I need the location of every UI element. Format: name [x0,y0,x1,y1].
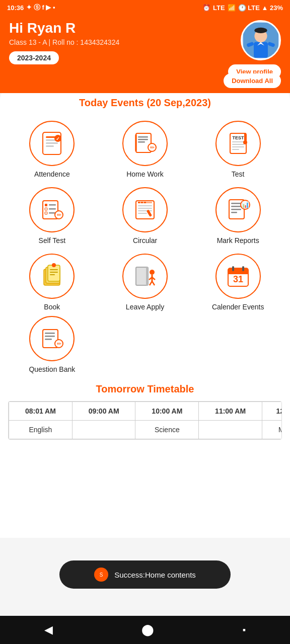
time-display: 10:36 [7,4,24,12]
svg-rect-1 [254,42,268,58]
svg-rect-33 [49,208,56,210]
download-all-button[interactable]: Download All [224,73,281,88]
menu-item-circular[interactable]: Circular [101,187,189,245]
svg-rect-24 [232,144,244,145]
svg-rect-46 [138,213,147,214]
homework-icon: ✏ [122,121,168,166]
svg-rect-31 [49,204,56,206]
menu-item-selftest[interactable]: ✏ Self Test [8,187,96,245]
svg-point-3 [254,28,267,33]
svg-rect-34 [45,212,47,214]
class-info: Class 13 - A | Roll no : 1434324324 [9,38,119,46]
today-events-title: Today Events (20 Sep,2023) [8,97,282,109]
svg-line-69 [152,281,155,285]
timetable-header-row: 08:01 AM 09:00 AM 10:00 AM 11:00 AM 12:5… [9,402,282,421]
menu-item-attendence[interactable]: ✓ Attendence [8,121,96,178]
home-button[interactable]: ⬤ [129,619,166,640]
menu-item-questionbank[interactable]: ✏ Question Bank [8,316,96,373]
header: Hi Ryan R Class 13 - A | Roll no : 14343… [0,15,290,93]
selftest-label: Self Test [39,236,65,245]
timetable-subject-row: English Science Mo... [9,421,282,439]
recent-button[interactable]: ▪ [231,621,258,639]
svg-rect-50 [231,206,241,207]
svg-rect-11 [46,145,54,147]
svg-rect-63 [146,267,148,285]
svg-rect-26 [232,149,239,150]
svg-rect-58 [50,269,58,270]
user-info: Hi Ryan R Class 13 - A | Roll no : 14343… [9,20,119,64]
menu-item-leaveapply[interactable]: Leave Apply [101,254,189,311]
svg-rect-38 [136,201,154,219]
svg-rect-79 [45,339,52,340]
svg-text:S: S [100,572,103,578]
test-icon: TEST [215,121,261,166]
svg-point-61 [52,263,56,267]
leaveapply-icon [122,254,168,299]
svg-point-64 [150,270,155,275]
selftest-icon: ✏ [29,187,75,232]
greeting: Hi Ryan R [9,20,119,36]
svg-rect-18 [135,134,137,151]
svg-text:✏: ✏ [57,212,62,218]
avatar-area: View profile [228,20,281,79]
svg-rect-10 [46,142,58,144]
menu-item-markreports[interactable]: 📊 Mark Reports [194,187,282,245]
svg-rect-15 [138,136,148,138]
svg-rect-44 [138,208,152,209]
svg-rect-30 [45,204,47,206]
questionbank-icon: ✏ [29,316,75,361]
svg-rect-32 [45,208,47,210]
status-right-icons: ⏰ LTE 📶 🕐 LTE ▲ 23% [202,4,283,12]
svg-rect-23 [232,141,244,142]
attendence-label: Attendence [34,170,70,178]
menu-item-book[interactable]: Book [8,254,96,311]
svg-rect-77 [45,333,55,334]
svg-rect-74 [232,266,234,271]
svg-rect-52 [231,212,237,213]
svg-rect-59 [50,272,58,273]
menu-item-calenderevents[interactable]: 31 Calender Events [194,254,282,311]
subject-5: Mo... [262,421,282,439]
back-button[interactable]: ◀ [32,619,65,640]
toast-notification: S Success:Home contents [59,560,231,589]
svg-rect-75 [242,266,244,271]
subject-3: Science [135,421,199,439]
svg-text:📊: 📊 [241,201,249,208]
subject-2 [72,421,135,439]
toast-icon: S [94,568,108,582]
attendence-icon: ✓ [29,121,75,166]
svg-rect-17 [138,141,145,143]
subject-1: English [9,421,72,439]
time-col-3: 10:00 AM [135,402,199,421]
calenderevents-label: Calender Events [212,303,264,311]
main-content: Today Events (20 Sep,2023) ✓ Attendence [0,85,290,538]
book-icon [29,254,75,299]
svg-text:✓: ✓ [56,136,60,141]
svg-rect-78 [45,336,55,337]
calenderevents-icon: 31 [215,254,261,299]
menu-item-test[interactable]: TEST Test [194,121,282,178]
svg-rect-43 [138,205,152,206]
svg-rect-51 [231,209,241,210]
homework-label: Home Work [126,170,164,178]
questionbank-label: Question Bank [29,365,75,373]
subject-4 [199,421,262,439]
svg-point-28 [243,140,247,144]
test-label: Test [232,170,245,178]
time-col-5: 12:5... [262,402,282,421]
svg-text:✏: ✏ [150,144,155,150]
svg-rect-16 [138,139,148,140]
status-bar: 10:36 ✦ ⓢ f ▶ • ⏰ LTE 📶 🕐 LTE ▲ 23% [0,0,290,15]
status-icons: ✦ ⓢ f ▶ • [26,3,55,12]
svg-text:TEST: TEST [232,135,244,140]
avatar [241,20,281,60]
leaveapply-label: Leave Apply [126,303,164,311]
menu-grid: ✓ Attendence ✏ Home Work [8,121,282,311]
circular-label: Circular [133,236,157,245]
timetable-wrapper[interactable]: 08:01 AM 09:00 AM 10:00 AM 11:00 AM 12:5… [8,401,282,440]
nav-bar: ◀ ⬤ ▪ [0,616,290,644]
menu-item-homework[interactable]: ✏ Home Work [101,121,189,178]
year-badge: 2023-2024 [9,51,59,64]
time-col-2: 09:00 AM [72,402,135,421]
status-time: 10:36 ✦ ⓢ f ▶ • [7,3,55,12]
